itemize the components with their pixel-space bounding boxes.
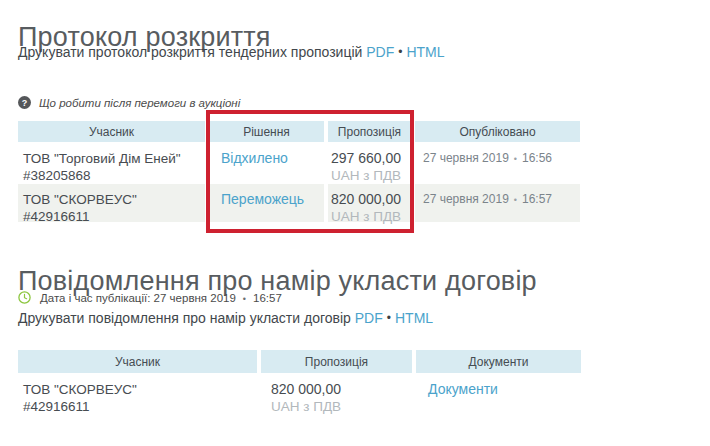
clock-icon	[18, 291, 31, 304]
documents-cell: Документи	[416, 374, 581, 420]
publication-datetime-line: Дата і час публікації: 27 червня 2019•16…	[18, 291, 282, 304]
intent-print-text: Друкувати повідомлення про намір укласти…	[18, 310, 351, 326]
decision-cell: Переможець	[209, 184, 324, 222]
proposal-amount: 820 000,00	[271, 381, 412, 398]
dot-separator: •	[514, 154, 517, 164]
disclosure-html-link[interactable]: HTML	[406, 44, 444, 60]
dot-separator: •	[514, 195, 517, 205]
decision-link-rejected[interactable]: Відхилено	[221, 150, 288, 166]
proposal-currency: UAH з ПДВ	[271, 398, 412, 415]
intent-table-header: Учасник Пропозиція Документи	[18, 350, 583, 373]
published-date: 27 червня 2019	[423, 151, 509, 165]
disclosure-print-line: Друкувати протокол розкриття тендерних п…	[18, 44, 445, 60]
participant-cell: ТОВ "Торговий Дім Еней" #38205868	[18, 143, 205, 183]
proposal-amount: 297 660,00	[331, 150, 411, 167]
publication-text: Дата і час публікації: 27 червня 2019•16…	[40, 292, 282, 304]
intent-table: Учасник Пропозиція Документи ТОВ "СКОРВЕ…	[18, 350, 583, 420]
disclosure-print-text: Друкувати протокол розкриття тендерних п…	[18, 44, 362, 60]
table-row: ТОВ "Торговий Дім Еней" #38205868 Відхил…	[18, 143, 583, 183]
published-cell: 27 червня 2019•16:56	[415, 143, 580, 183]
published-time: 16:56	[522, 151, 552, 165]
column-header-proposal: Пропозиція	[328, 121, 411, 142]
intent-html-link[interactable]: HTML	[395, 310, 433, 326]
decision-link-winner[interactable]: Переможець	[221, 191, 304, 207]
participant-name: ТОВ "СКОРВЕУС"	[23, 191, 205, 208]
participant-cell: ТОВ "СКОРВЕУС" #42916611	[18, 184, 205, 222]
table-row: ТОВ "СКОРВЕУС" #42916611 820 000,00 UAH …	[18, 374, 583, 420]
proposal-cell: 820 000,00 UAH з ПДВ	[261, 374, 412, 420]
column-header-proposal: Пропозиція	[261, 350, 412, 373]
disclosure-table-header: Учасник Рішення Пропозиція Опубліковано	[18, 121, 583, 142]
publication-date: 27 червня 2019	[154, 292, 236, 304]
publication-time: 16:57	[253, 292, 282, 304]
participant-name: ТОВ "СКОРВЕУС"	[23, 381, 257, 398]
participant-id: #42916611	[23, 208, 205, 225]
proposal-currency: UAH з ПДВ	[331, 208, 411, 225]
participant-id: #42916611	[23, 398, 257, 415]
dot-separator: •	[387, 311, 391, 325]
proposal-cell: 820 000,00 UAH з ПДВ	[328, 184, 411, 222]
published-cell: 27 червня 2019•16:57	[415, 184, 580, 222]
table-row: ТОВ "СКОРВЕУС" #42916611 Переможець 820 …	[18, 184, 583, 222]
column-header-decision: Рішення	[209, 121, 324, 142]
disclosure-pdf-link[interactable]: PDF	[366, 44, 394, 60]
dot-separator: •	[243, 294, 246, 304]
column-header-participant: Учасник	[18, 350, 257, 373]
intent-print-line: Друкувати повідомлення про намір укласти…	[18, 310, 433, 326]
documents-link[interactable]: Документи	[428, 381, 498, 397]
disclosure-table: Учасник Рішення Пропозиція Опубліковано …	[18, 121, 583, 222]
decision-cell: Відхилено	[209, 143, 324, 183]
participant-cell: ТОВ "СКОРВЕУС" #42916611	[18, 374, 257, 420]
column-header-participant: Учасник	[18, 121, 205, 142]
column-header-documents: Документи	[416, 350, 581, 373]
proposal-amount: 820 000,00	[331, 191, 411, 208]
column-header-published: Опубліковано	[415, 121, 580, 142]
proposal-currency: UAH з ПДВ	[331, 167, 411, 184]
auction-help-text: Що робити після перемоги в аукціоні	[39, 97, 240, 109]
proposal-cell: 297 660,00 UAH з ПДВ	[328, 143, 411, 183]
dot-separator: •	[398, 45, 402, 59]
participant-name: ТОВ "Торговий Дім Еней"	[23, 150, 205, 167]
question-icon: ?	[18, 96, 31, 109]
auction-help-line[interactable]: ? Що робити після перемоги в аукціоні	[18, 96, 240, 109]
published-time: 16:57	[522, 192, 552, 206]
participant-id: #38205868	[23, 167, 205, 184]
intent-pdf-link[interactable]: PDF	[355, 310, 383, 326]
published-date: 27 червня 2019	[423, 192, 509, 206]
publication-label: Дата і час публікації:	[40, 292, 150, 304]
